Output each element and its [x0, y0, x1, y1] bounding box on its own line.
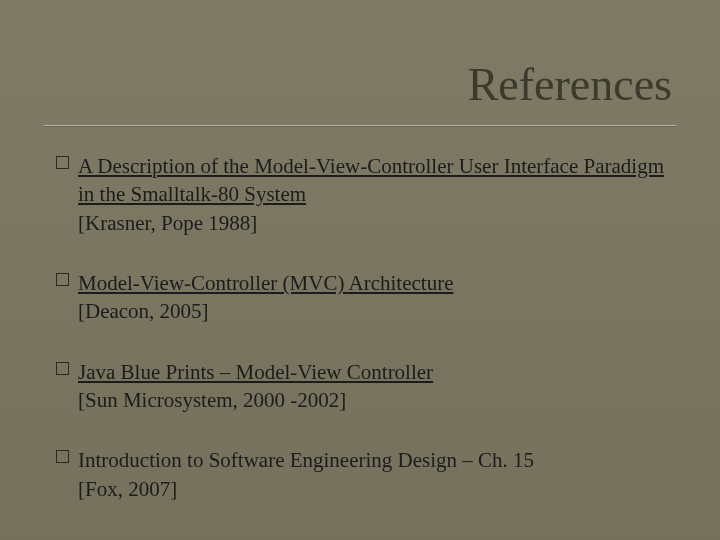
reference-link[interactable]: Model-View-Controller (MVC) Architecture — [78, 271, 453, 295]
slide-title: References — [468, 58, 672, 111]
bullet-icon — [56, 273, 69, 286]
reference-citation: [Fox, 2007] — [78, 475, 672, 503]
reference-link[interactable]: A Description of the Model-View-Controll… — [78, 154, 664, 206]
bullet-icon — [56, 362, 69, 375]
reference-citation: [Krasner, Pope 1988] — [78, 209, 672, 237]
reference-citation: [Deacon, 2005] — [78, 297, 672, 325]
reference-item: Model-View-Controller (MVC) Architecture… — [56, 269, 672, 326]
bullet-icon — [56, 156, 69, 169]
reference-list: A Description of the Model-View-Controll… — [56, 152, 672, 535]
reference-title: Introduction to Software Engineering Des… — [78, 448, 534, 472]
divider — [44, 125, 676, 126]
bullet-icon — [56, 450, 69, 463]
slide: References A Description of the Model-Vi… — [0, 0, 720, 540]
reference-link[interactable]: Java Blue Prints – Model-View Controller — [78, 360, 433, 384]
reference-citation: [Sun Microsystem, 2000 -2002] — [78, 386, 672, 414]
reference-item: A Description of the Model-View-Controll… — [56, 152, 672, 237]
reference-item: Introduction to Software Engineering Des… — [56, 446, 672, 503]
reference-item: Java Blue Prints – Model-View Controller… — [56, 358, 672, 415]
